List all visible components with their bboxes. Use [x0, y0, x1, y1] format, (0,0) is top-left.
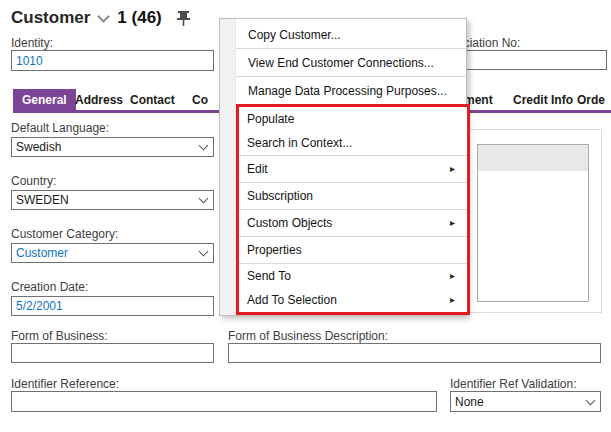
creation-date-input[interactable] [11, 296, 214, 316]
default-language-value: Swedish [16, 140, 61, 154]
menu-item-label: Custom Objects [247, 216, 332, 230]
page-header: Customer 1 (46) [11, 6, 190, 30]
menu-item-add-to-selection[interactable]: Add To Selection▸ [239, 288, 467, 312]
customer-form-page: Customer 1 (46) Identity: Association No… [0, 0, 611, 432]
creation-date-label: Creation Date: [11, 280, 88, 294]
submenu-arrow-icon: ▸ [450, 271, 455, 281]
chevron-down-icon [199, 247, 209, 257]
form-of-business-input[interactable] [11, 343, 214, 363]
menu-item-search-in-context[interactable]: Search in Context... [239, 131, 467, 155]
tab-address[interactable]: Address [71, 90, 127, 110]
menu-item-label: Populate [247, 112, 294, 126]
identifier-ref-validation-label: Identifier Ref Validation: [450, 377, 577, 391]
tab-credit-info[interactable]: Credit Info [509, 90, 577, 110]
submenu-arrow-icon: ▸ [450, 295, 455, 305]
identifier-reference-input[interactable] [11, 391, 437, 412]
form-of-business-description-input[interactable] [228, 343, 601, 363]
menu-item-view-end-customer-connections[interactable]: View End Customer Connections... [220, 49, 466, 76]
context-menu-top-items: Copy Customer...View End Customer Connec… [220, 19, 466, 104]
page-title: Customer [11, 8, 90, 28]
country-label: Country: [11, 174, 56, 188]
menu-item-manage-data-processing-purposes[interactable]: Manage Data Processing Purposes... [220, 77, 466, 104]
menu-item-label: View End Customer Connections... [248, 56, 434, 70]
customer-category-label: Customer Category: [11, 227, 118, 241]
identifier-ref-validation-value: None [455, 395, 484, 409]
submenu-arrow-icon: ▸ [450, 218, 455, 228]
chevron-down-icon [199, 194, 209, 204]
identifier-ref-validation-select[interactable]: None [450, 391, 601, 412]
identity-input[interactable] [11, 50, 214, 71]
form-of-business-label: Form of Business: [11, 329, 108, 343]
identifier-reference-label: Identifier Reference: [11, 377, 119, 391]
tab-contact[interactable]: Contact [126, 90, 179, 110]
menu-item-populate[interactable]: Populate [239, 107, 467, 131]
submenu-arrow-icon: ▸ [450, 164, 455, 174]
menu-item-label: Manage Data Processing Purposes... [248, 84, 447, 98]
list-header [478, 145, 588, 171]
country-value: SWEDEN [16, 193, 69, 207]
menu-item-label: Subscription [247, 189, 313, 203]
country-select[interactable]: SWEDEN [11, 190, 214, 210]
customer-category-select[interactable]: Customer [11, 243, 214, 263]
menu-item-subscription[interactable]: Subscription [239, 183, 467, 209]
context-menu: Copy Customer...View End Customer Connec… [219, 18, 467, 316]
chevron-down-icon[interactable] [97, 10, 110, 23]
menu-item-label: Search in Context... [247, 136, 352, 150]
pin-icon[interactable] [177, 11, 190, 26]
tab-co-clipped[interactable]: Co [188, 90, 212, 110]
record-count: 1 (46) [117, 8, 161, 28]
menu-item-label: Properties [247, 243, 302, 257]
tab-general[interactable]: General [13, 89, 76, 113]
menu-item-label: Add To Selection [247, 293, 337, 307]
chevron-down-icon [586, 395, 596, 405]
menu-item-properties[interactable]: Properties [239, 237, 467, 263]
empty-list-panel[interactable] [477, 144, 589, 302]
menu-item-send-to[interactable]: Send To▸ [239, 264, 467, 288]
menu-item-custom-objects[interactable]: Custom Objects▸ [239, 210, 467, 236]
menu-item-label: Edit [247, 162, 268, 176]
annotation-red-box: PopulateSearch in Context...Edit▸Subscri… [236, 104, 470, 315]
menu-item-label: Copy Customer... [248, 28, 341, 42]
chevron-down-icon [199, 141, 209, 151]
customer-category-value: Customer [16, 246, 68, 260]
default-language-label: Default Language: [11, 121, 109, 135]
tab-order-clipped[interactable]: Orde [573, 90, 609, 110]
identity-label: Identity: [11, 36, 53, 50]
menu-item-label: Send To [247, 269, 291, 283]
default-language-select[interactable]: Swedish [11, 137, 214, 157]
menu-item-copy-customer[interactable]: Copy Customer... [220, 21, 466, 48]
menu-item-edit[interactable]: Edit▸ [239, 156, 467, 182]
form-of-business-description-label: Form of Business Description: [228, 329, 388, 343]
